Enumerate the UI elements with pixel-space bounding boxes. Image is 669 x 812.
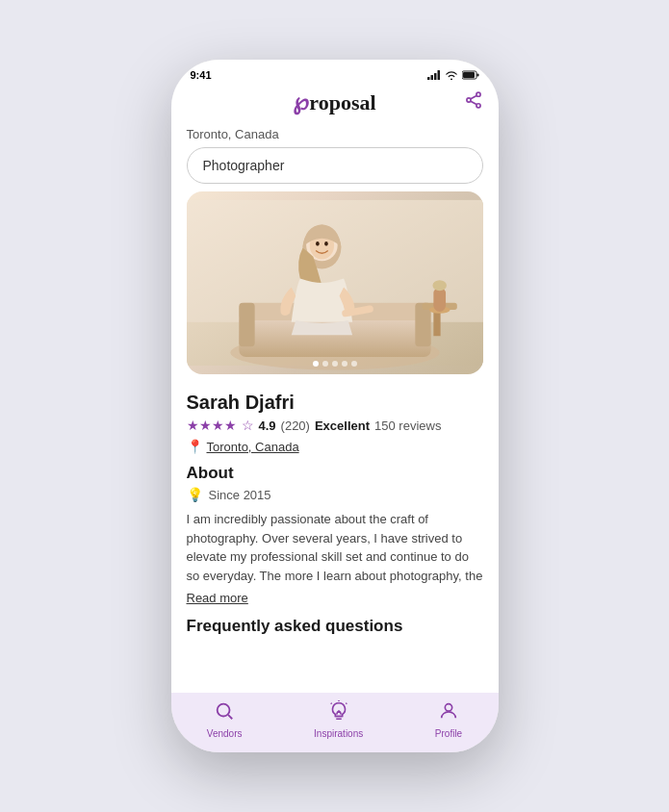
svg-line-31 xyxy=(228,715,232,719)
signal-icon xyxy=(427,70,441,80)
svg-rect-5 xyxy=(463,72,475,78)
phone-shell: 9:41 ℘roposal xyxy=(171,60,499,752)
carousel-dots xyxy=(313,361,357,367)
screen-content: ℘roposal Toronto, Canada Photographer xyxy=(171,81,499,693)
half-star-icon: ☆ xyxy=(242,418,254,433)
search-input[interactable]: Photographer xyxy=(187,147,483,184)
app-header: ℘roposal xyxy=(171,81,499,123)
profile-location[interactable]: Toronto, Canada xyxy=(207,440,299,454)
status-time: 9:41 xyxy=(191,69,212,81)
battery-icon xyxy=(462,70,479,80)
svg-rect-2 xyxy=(434,73,437,80)
svg-point-7 xyxy=(476,92,479,96)
since-row: 💡 Since 2015 xyxy=(187,487,483,502)
svg-line-34 xyxy=(330,703,331,704)
nav-profile[interactable]: Profile xyxy=(435,700,462,739)
svg-point-8 xyxy=(466,98,470,102)
about-text: I am incredibly passionate about the cra… xyxy=(187,510,483,585)
dot-1 xyxy=(313,361,319,367)
inspirations-lightbulb-icon xyxy=(328,700,349,726)
app-title: ℘roposal xyxy=(293,89,375,115)
notch xyxy=(281,69,358,81)
status-icons xyxy=(427,70,479,80)
share-button[interactable] xyxy=(464,90,483,114)
svg-point-28 xyxy=(316,241,320,246)
svg-rect-21 xyxy=(436,310,440,336)
vendors-search-icon xyxy=(214,700,235,726)
rating-row: ★★★★ ☆ 4.9 (220) Excellent 150 reviews xyxy=(187,418,483,433)
faq-title: Frequently asked questions xyxy=(187,617,483,636)
read-more-button[interactable]: Read more xyxy=(187,591,248,605)
review-count: (220) xyxy=(281,419,310,433)
svg-point-29 xyxy=(324,241,328,246)
inspirations-label: Inspirations xyxy=(314,728,363,739)
location-row: 📍 Toronto, Canada xyxy=(187,439,483,454)
nav-vendors[interactable]: Vendors xyxy=(207,700,243,739)
dot-5 xyxy=(351,361,357,367)
location-pin-icon: 📍 xyxy=(187,439,203,454)
star-icons: ★★★★ xyxy=(187,418,237,433)
location-display: Toronto, Canada xyxy=(187,127,483,141)
svg-rect-3 xyxy=(437,70,440,80)
since-text: Since 2015 xyxy=(209,488,271,502)
svg-line-11 xyxy=(471,101,476,104)
wifi-icon xyxy=(445,70,458,80)
svg-line-35 xyxy=(346,703,347,704)
search-area: Toronto, Canada Photographer xyxy=(171,123,499,191)
svg-point-36 xyxy=(445,704,451,711)
profile-name: Sarah Djafri xyxy=(187,392,483,414)
carousel-slide xyxy=(187,191,483,374)
profile-label: Profile xyxy=(435,728,462,739)
dot-3 xyxy=(332,361,338,367)
dot-2 xyxy=(322,361,328,367)
svg-rect-23 xyxy=(433,288,446,312)
svg-line-10 xyxy=(471,95,476,98)
profile-person-icon xyxy=(438,700,459,726)
status-bar: 9:41 xyxy=(171,60,499,81)
svg-point-9 xyxy=(476,104,479,108)
svg-point-24 xyxy=(432,280,446,291)
reviews-label: 150 reviews xyxy=(374,419,441,433)
rating-number: 4.9 xyxy=(259,419,276,433)
svg-rect-6 xyxy=(476,74,478,77)
svg-rect-17 xyxy=(239,303,254,346)
vendors-label: Vendors xyxy=(207,728,243,739)
about-title: About xyxy=(187,464,483,483)
svg-rect-0 xyxy=(427,77,430,80)
image-carousel[interactable] xyxy=(187,191,483,374)
dot-4 xyxy=(342,361,347,367)
bottom-nav: Vendors Inspirations xyxy=(171,693,499,752)
lightbulb-icon: 💡 xyxy=(187,487,203,502)
excellent-badge: Excellent xyxy=(315,419,370,433)
nav-inspirations[interactable]: Inspirations xyxy=(314,700,363,739)
svg-rect-20 xyxy=(433,310,437,336)
svg-point-30 xyxy=(218,704,230,717)
profile-section: Sarah Djafri ★★★★ ☆ 4.9 (220) Excellent … xyxy=(171,388,499,693)
photographer-image xyxy=(187,191,483,374)
svg-rect-1 xyxy=(430,75,433,80)
